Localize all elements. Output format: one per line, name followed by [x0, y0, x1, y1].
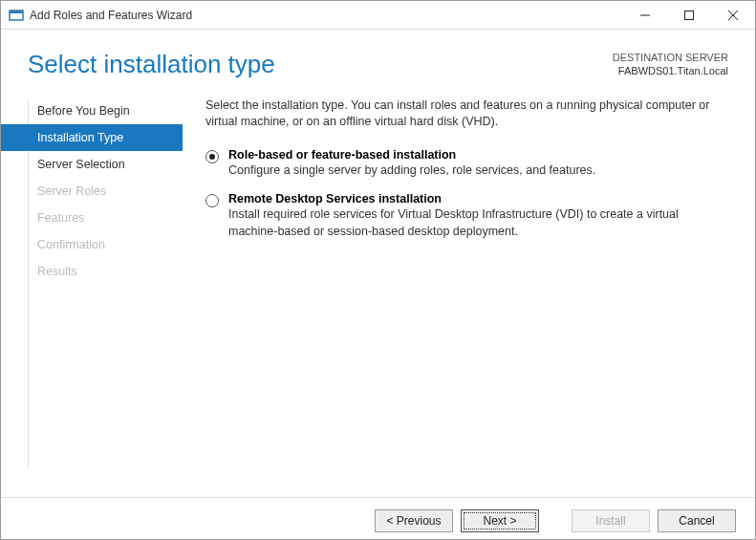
- next-button[interactable]: Next >: [461, 509, 539, 532]
- option-rds-desc: Install required role services for Virtu…: [228, 206, 728, 240]
- cancel-button[interactable]: Cancel: [658, 509, 736, 532]
- page-title: Select installation type: [28, 51, 275, 78]
- window-controls: [623, 1, 755, 29]
- app-icon: [9, 8, 24, 23]
- option-role-based-title: Role-based or feature-based installation: [228, 148, 728, 162]
- destination-value: FABWDS01.Titan.Local: [613, 64, 728, 77]
- wizard-footer: < Previous Next > Install Cancel: [1, 497, 755, 540]
- svg-rect-3: [685, 11, 694, 19]
- step-confirmation: Confirmation: [1, 231, 183, 258]
- install-button: Install: [572, 509, 650, 532]
- step-features: Features: [1, 205, 183, 231]
- wizard-header: Select installation type DESTINATION SER…: [1, 30, 755, 86]
- wizard-steps-sidebar: Before You Begin Installation Type Serve…: [1, 94, 183, 497]
- option-role-based[interactable]: Role-based or feature-based installation…: [205, 148, 728, 180]
- step-results: Results: [1, 258, 183, 285]
- step-installation-type[interactable]: Installation Type: [1, 124, 183, 151]
- step-before-you-begin[interactable]: Before You Begin: [1, 97, 183, 124]
- intro-text: Select the installation type. You can in…: [205, 97, 728, 131]
- destination-label: DESTINATION SERVER: [613, 51, 728, 64]
- maximize-button[interactable]: [667, 1, 711, 29]
- option-rds-title: Remote Desktop Services installation: [228, 192, 728, 205]
- wizard-content: Select the installation type. You can in…: [183, 94, 755, 497]
- option-rds[interactable]: Remote Desktop Services installation Ins…: [205, 192, 728, 240]
- close-button[interactable]: [711, 1, 755, 29]
- window-titlebar: Add Roles and Features Wizard: [1, 1, 755, 30]
- destination-server-block: DESTINATION SERVER FABWDS01.Titan.Local: [613, 51, 728, 78]
- minimize-button[interactable]: [623, 1, 667, 29]
- option-role-based-desc: Configure a single server by adding role…: [228, 162, 728, 180]
- radio-rds[interactable]: [205, 194, 219, 207]
- window-title: Add Roles and Features Wizard: [30, 9, 192, 22]
- svg-line-4: [728, 11, 738, 20]
- radio-role-based[interactable]: [205, 150, 219, 163]
- step-server-roles: Server Roles: [1, 178, 183, 205]
- step-server-selection[interactable]: Server Selection: [1, 151, 183, 178]
- svg-rect-1: [10, 11, 23, 13]
- svg-line-5: [728, 11, 738, 20]
- wizard-body: Before You Begin Installation Type Serve…: [1, 86, 755, 497]
- previous-button[interactable]: < Previous: [375, 509, 453, 532]
